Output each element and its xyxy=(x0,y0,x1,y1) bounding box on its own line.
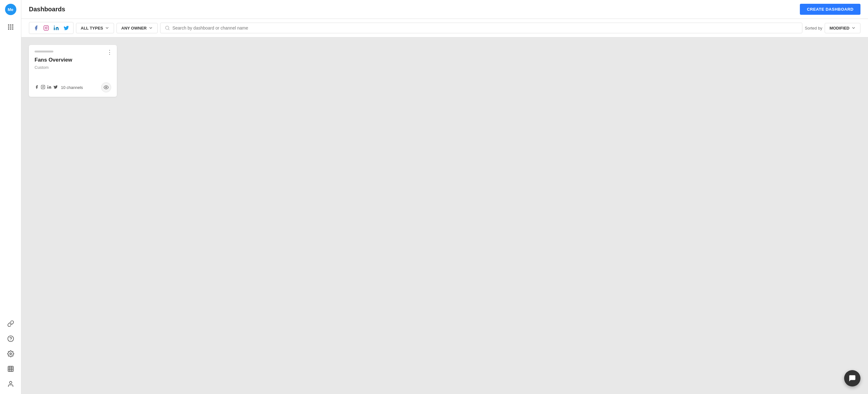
card-subtitle: Custom xyxy=(35,65,111,70)
table-icon[interactable] xyxy=(4,363,17,375)
svg-rect-3 xyxy=(8,26,9,28)
sort-label: Sorted by xyxy=(805,26,823,30)
dashboard-card: ⋮ Fans Overview Custom xyxy=(29,45,117,97)
sidebar: Me xyxy=(0,0,21,394)
eye-icon xyxy=(104,85,108,90)
sort-dropdown[interactable]: MODIFIED xyxy=(825,23,861,33)
svg-rect-12 xyxy=(8,366,13,372)
link-icon[interactable] xyxy=(4,317,17,330)
svg-rect-26 xyxy=(48,86,48,89)
all-types-label: ALL TYPES xyxy=(81,26,103,30)
svg-rect-24 xyxy=(41,85,45,89)
svg-rect-20 xyxy=(54,27,55,30)
svg-rect-8 xyxy=(12,29,13,30)
svg-point-17 xyxy=(9,382,11,384)
svg-line-23 xyxy=(168,29,169,30)
card-footer-left: 10 channels xyxy=(35,85,83,90)
chevron-down-icon xyxy=(105,26,109,30)
svg-rect-2 xyxy=(12,25,13,26)
header: Dashboards CREATE DASHBOARD xyxy=(21,0,868,19)
any-owner-dropdown[interactable]: ANY OWNER xyxy=(117,23,158,33)
page-title: Dashboards xyxy=(29,6,65,13)
create-dashboard-button[interactable]: CREATE DASHBOARD xyxy=(800,4,861,15)
card-title: Fans Overview xyxy=(35,57,111,63)
svg-rect-4 xyxy=(10,26,11,28)
svg-point-11 xyxy=(10,353,11,355)
svg-rect-18 xyxy=(44,26,49,30)
svg-rect-6 xyxy=(8,29,9,30)
content-area: ⋮ Fans Overview Custom xyxy=(21,37,868,394)
card-instagram-icon xyxy=(41,85,45,90)
search-input[interactable] xyxy=(173,26,798,30)
chat-icon xyxy=(848,374,857,383)
svg-point-28 xyxy=(105,87,107,88)
card-footer: 10 channels xyxy=(35,82,111,92)
linkedin-icon[interactable] xyxy=(52,24,61,32)
svg-rect-7 xyxy=(10,29,11,30)
avatar[interactable]: Me xyxy=(5,4,16,15)
social-filter-group[interactable] xyxy=(29,22,73,34)
card-facebook-icon xyxy=(35,85,39,90)
settings-icon[interactable] xyxy=(4,347,17,360)
profile-icon[interactable] xyxy=(4,378,17,390)
apps-grid-icon[interactable] xyxy=(5,21,16,33)
all-types-dropdown[interactable]: ALL TYPES xyxy=(76,23,114,33)
any-owner-label: ANY OWNER xyxy=(121,26,147,30)
card-menu-button[interactable]: ⋮ xyxy=(107,49,113,55)
chevron-down-icon xyxy=(149,26,153,30)
svg-rect-1 xyxy=(10,25,11,26)
sort-area: Sorted by MODIFIED xyxy=(805,23,861,33)
chat-bubble[interactable] xyxy=(844,370,861,387)
svg-point-21 xyxy=(54,26,55,27)
svg-point-27 xyxy=(48,85,48,86)
card-top-bar xyxy=(35,51,53,53)
card-channels: 10 channels xyxy=(61,85,83,90)
sort-modified-label: MODIFIED xyxy=(829,26,849,30)
sidebar-bottom xyxy=(4,317,17,390)
search-box[interactable] xyxy=(160,23,802,33)
search-icon xyxy=(165,26,170,30)
chevron-down-icon xyxy=(851,26,856,30)
svg-rect-0 xyxy=(8,25,9,26)
main-content: Dashboards CREATE DASHBOARD xyxy=(21,0,868,394)
toolbar: ALL TYPES ANY OWNER Sorted by MODIFIED xyxy=(21,19,868,37)
card-twitter-icon xyxy=(53,85,58,90)
help-icon[interactable] xyxy=(4,332,17,345)
card-view-button[interactable] xyxy=(101,82,111,92)
svg-rect-5 xyxy=(12,26,13,28)
instagram-icon[interactable] xyxy=(42,24,51,32)
twitter-icon[interactable] xyxy=(62,24,71,32)
facebook-icon[interactable] xyxy=(32,24,40,32)
card-linkedin-icon xyxy=(47,85,52,90)
